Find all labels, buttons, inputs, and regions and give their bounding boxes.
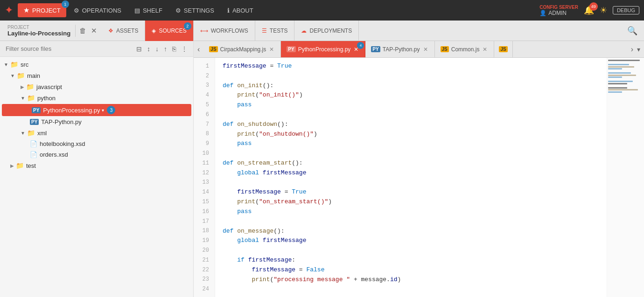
- tree-item-python[interactable]: ▼ 📁 python: [0, 92, 193, 104]
- tab-assets[interactable]: ❖ ASSETS: [102, 21, 145, 41]
- tree-item-python-processing[interactable]: PY PythonProcessing.py ▾ 3: [2, 104, 191, 116]
- folder-icon: 📁: [16, 162, 24, 169]
- config-server-area: CONFIG SERVER 👤 ADMIN: [539, 5, 578, 16]
- tree-item-orders[interactable]: 📄 orders.xsd: [0, 149, 193, 160]
- chevron-down-icon: ▼: [10, 73, 15, 78]
- file-badge: 3: [107, 106, 115, 114]
- sort-desc-button[interactable]: ↓: [154, 44, 161, 54]
- js-tab-icon: JS: [499, 46, 507, 52]
- code-line-15: print("on_stream_start()") 5: [223, 197, 599, 207]
- config-server-label: CONFIG SERVER: [539, 5, 578, 10]
- line-number: 17: [197, 217, 209, 227]
- tab-more-js[interactable]: JS: [494, 41, 512, 58]
- python-file-icon: PY: [32, 107, 41, 113]
- tab-nav-arrows: › ▾: [627, 45, 644, 54]
- tree-item-hotelbooking[interactable]: 📄 hotelbooking.xsd: [0, 138, 193, 149]
- tree-item-label: PythonProcessing.py: [43, 107, 100, 114]
- line-number: 3: [197, 81, 209, 91]
- tab-common-js[interactable]: JS Common.js ✕: [435, 41, 495, 58]
- expand-all-button[interactable]: ↕: [145, 44, 152, 54]
- tree-item-label: TAP-Python.py: [41, 118, 81, 125]
- bell-count: 49: [589, 2, 598, 11]
- tab-tests[interactable]: ☰ TESTS: [255, 21, 295, 41]
- tree-item-xml[interactable]: ▼ 📁 xml: [0, 127, 193, 138]
- tree-item-label: main: [27, 72, 40, 79]
- close-tab-button[interactable]: ✕: [482, 46, 488, 53]
- main-layout: ⊟ ↕ ↓ ↑ ⎘ ⋮ ▼ 📁 src ▼ 📁 main ▶: [0, 41, 644, 297]
- line-number: 2: [197, 71, 209, 81]
- code-line: global firstMessage: [223, 168, 599, 178]
- sidebar-toolbar: ⊟ ↕ ↓ ↑ ⎘ ⋮: [0, 41, 193, 57]
- search-button[interactable]: 🔍: [623, 26, 641, 36]
- tree-item-javascript[interactable]: ▶ 📁 javascript: [0, 81, 193, 92]
- js-tab-icon: JS: [441, 46, 449, 52]
- tab-label: Common.js: [451, 46, 480, 53]
- sort-asc-button[interactable]: ↑: [162, 44, 169, 54]
- line-number: 11: [197, 159, 209, 168]
- line-number: 5: [197, 100, 209, 110]
- tab-workflows[interactable]: ⟷ WORKFLOWS: [194, 21, 255, 41]
- nav-right: CONFIG SERVER 👤 ADMIN 🔔 49 ☀ DEBUG: [539, 5, 639, 16]
- nav-item-operations[interactable]: ⚙ OPERATIONS: [68, 4, 127, 17]
- python-file-icon: PY: [30, 119, 39, 125]
- code-editor: 1 2 3 4 5 6 7 8 9 10 11 12 13 14 15 16 1…: [194, 58, 644, 297]
- code-line: print("on_init()"): [223, 90, 599, 100]
- project-name: Layline-io-Processing: [7, 30, 70, 37]
- line-number: 24: [197, 284, 209, 294]
- tab-cirpack[interactable]: JS CirpackMapping.js ✕: [203, 41, 281, 58]
- tree-item-test[interactable]: ▶ 📁 test: [0, 160, 193, 171]
- code-line: [223, 110, 599, 120]
- xsd-file-icon: 📄: [30, 151, 37, 158]
- tree-item-main[interactable]: ▼ 📁 main: [0, 70, 193, 81]
- code-line: firstMessage = False: [223, 265, 599, 275]
- bell-button[interactable]: 🔔 49: [584, 5, 594, 15]
- copy-button[interactable]: ⎘: [170, 44, 178, 54]
- tree-item-src[interactable]: ▼ 📁 src: [0, 59, 193, 70]
- code-line: global firstMessage: [223, 236, 599, 246]
- line-number: 6: [197, 110, 209, 120]
- nav-item-about[interactable]: ℹ ABOUT: [222, 4, 259, 17]
- next-tab-button[interactable]: ›: [629, 45, 635, 54]
- folder-icon: 📁: [27, 94, 35, 102]
- operations-icon: ⚙: [74, 7, 79, 14]
- nav-item-project[interactable]: ★ PROJECT 1: [18, 3, 66, 17]
- tab-sources[interactable]: ◈ SOURCES 2: [145, 21, 193, 41]
- line-number: 18: [197, 227, 209, 236]
- line-number: 1: [197, 62, 209, 71]
- deployments-icon: ☁: [301, 28, 307, 34]
- mini-map: [607, 58, 644, 297]
- filter-input[interactable]: [4, 43, 133, 54]
- sidebar: ⊟ ↕ ↓ ↑ ⎘ ⋮ ▼ 📁 src ▼ 📁 main ▶: [0, 41, 194, 297]
- code-line: firstMessage = True: [223, 62, 599, 71]
- code-line: [223, 246, 599, 256]
- close-project-button[interactable]: ✕: [89, 26, 99, 36]
- code-line: firstMessage = True: [223, 187, 599, 197]
- tab-dropdown-button[interactable]: ▾: [635, 46, 642, 53]
- code-content[interactable]: firstMessage = True def on_init(): print…: [215, 58, 607, 297]
- tree-item-label: orders.xsd: [40, 151, 68, 158]
- sun-icon[interactable]: ☀: [600, 5, 607, 15]
- debug-badge: DEBUG: [613, 6, 639, 14]
- delete-project-button[interactable]: 🗑: [77, 26, 88, 35]
- code-line: pass: [223, 139, 599, 149]
- project-info: PROJECT Layline-io-Processing: [3, 25, 76, 37]
- more-options-button[interactable]: ⋮: [179, 44, 189, 54]
- sources-badge: 2: [184, 22, 191, 30]
- code-line: print("processing message " + message.id…: [223, 275, 599, 285]
- close-tab-button[interactable]: ✕: [422, 46, 429, 53]
- tree-item-tap-python[interactable]: PY TAP-Python.py: [0, 117, 193, 127]
- tab-python-processing[interactable]: PY PythonProcessing.py ✕ 4: [281, 41, 365, 58]
- nav-item-settings[interactable]: ⚙ SETTINGS: [170, 4, 220, 17]
- filter-options-button[interactable]: ⊟: [134, 44, 144, 54]
- tree-item-label: hotelbooking.xsd: [40, 140, 85, 147]
- tab-deployments[interactable]: ☁ DEPLOYMENTS: [294, 21, 359, 41]
- editor-tabs: ‹ JS CirpackMapping.js ✕ PY PythonProces…: [194, 41, 644, 58]
- prev-tab-button[interactable]: ‹: [194, 41, 203, 58]
- app-logo[interactable]: ✦: [5, 4, 13, 16]
- line-number: 23: [197, 275, 209, 285]
- close-tab-button[interactable]: ✕: [268, 46, 275, 53]
- shelf-icon: ▤: [134, 7, 140, 14]
- tab-tap-python[interactable]: PY TAP-Python.py ✕: [365, 41, 434, 58]
- code-line: def on_init():: [223, 81, 599, 91]
- nav-item-shelf[interactable]: ▤ SHELF: [129, 4, 168, 17]
